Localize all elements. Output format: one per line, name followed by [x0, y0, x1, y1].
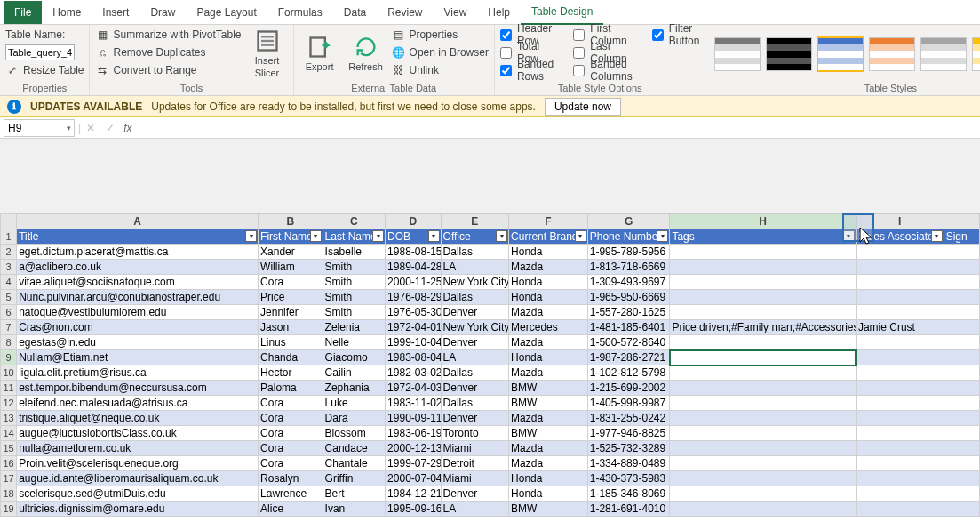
cell-H6[interactable]: [670, 305, 857, 320]
spreadsheet[interactable]: ABCDEFGHI 1Title▾First Name▾Last Name▾DO…: [0, 213, 980, 517]
cell-F19[interactable]: BMW: [509, 502, 588, 517]
cell-B5[interactable]: Price: [259, 290, 323, 305]
cell-F10[interactable]: Mazda: [509, 365, 588, 381]
row-header-10[interactable]: 10: [1, 365, 17, 381]
cancel-formula-button[interactable]: ✕: [81, 122, 100, 134]
cell-I16[interactable]: [856, 456, 944, 471]
cell-E4[interactable]: New York City: [441, 275, 509, 290]
cell-H7[interactable]: Price driven;#Family man;#Accessories: [670, 320, 857, 335]
column-header-H[interactable]: H: [670, 214, 857, 229]
cell-F8[interactable]: Mazda: [509, 335, 588, 350]
cell-C4[interactable]: Smith: [323, 275, 386, 290]
column-header-F[interactable]: F: [509, 214, 588, 229]
filter-arrow-icon[interactable]: ▾: [575, 230, 586, 242]
checkbox-first-column[interactable]: [573, 29, 585, 41]
table-style-swatch-5[interactable]: [972, 37, 980, 71]
cell-F13[interactable]: Mazda: [509, 411, 588, 426]
cell-A6[interactable]: natoque@vestibulumlorem.edu: [17, 305, 259, 320]
row-header-3[interactable]: 3: [1, 260, 17, 275]
cell-C2[interactable]: Isabelle: [323, 245, 386, 260]
cell-B4[interactable]: Cora: [259, 275, 323, 290]
cell-extra-7[interactable]: [944, 320, 979, 335]
cell-H14[interactable]: [670, 426, 857, 441]
cell-C3[interactable]: Smith: [323, 260, 386, 275]
cell-I18[interactable]: [856, 486, 944, 502]
cell-I13[interactable]: [856, 411, 944, 426]
table-column-phone-number[interactable]: Phone Number▾: [587, 229, 670, 245]
cell-F11[interactable]: BMW: [509, 381, 588, 396]
checkbox-header-row[interactable]: [500, 29, 512, 41]
cell-E13[interactable]: Denver: [441, 411, 509, 426]
cell-A7[interactable]: Cras@non.com: [17, 320, 259, 335]
cell-F5[interactable]: Honda: [509, 290, 588, 305]
cell-E19[interactable]: LA: [441, 502, 509, 517]
cell-I9[interactable]: [856, 350, 944, 365]
cell-B10[interactable]: Hector: [259, 365, 323, 381]
cell-D12[interactable]: 1983-11-02: [386, 396, 441, 411]
cell-C17[interactable]: Griffin: [323, 471, 386, 486]
cell-E10[interactable]: Dallas: [441, 365, 509, 381]
cell-E16[interactable]: Detroit: [441, 456, 509, 471]
cell-G9[interactable]: 1-987-286-2721: [587, 350, 670, 365]
column-header-A[interactable]: A: [17, 214, 259, 229]
cell-H4[interactable]: [670, 275, 857, 290]
convert-range-button[interactable]: ⇆Convert to Range: [95, 62, 241, 78]
remove-duplicates-button[interactable]: ⎌Remove Duplicates: [95, 44, 241, 60]
cell-I7[interactable]: Jamie Crust: [856, 320, 944, 335]
insert-slicer-button[interactable]: Insert Slicer: [247, 27, 288, 80]
refresh-button[interactable]: Refresh: [346, 27, 386, 80]
cell-I14[interactable]: [856, 426, 944, 441]
cell-G8[interactable]: 1-500-572-8640: [587, 335, 670, 350]
cell-E17[interactable]: Miami: [441, 471, 509, 486]
cell-extra-12[interactable]: [944, 396, 979, 411]
tab-review[interactable]: Review: [377, 1, 433, 24]
table-column-sales-associate[interactable]: Sales Associate▾: [856, 229, 944, 245]
cell-G7[interactable]: 1-481-185-6401: [587, 320, 670, 335]
cell-E14[interactable]: Toronto: [441, 426, 509, 441]
cell-E9[interactable]: LA: [441, 350, 509, 365]
checkbox-last-column[interactable]: [573, 47, 585, 59]
table-column-sign[interactable]: Sign: [944, 229, 979, 245]
cell-C18[interactable]: Bert: [323, 486, 386, 502]
cell-F15[interactable]: Mazda: [509, 441, 588, 456]
cell-E12[interactable]: Dallas: [441, 396, 509, 411]
cell-D8[interactable]: 1999-10-04: [386, 335, 441, 350]
filter-arrow-icon[interactable]: ▾: [843, 230, 855, 242]
cell-F18[interactable]: Honda: [509, 486, 588, 502]
cell-extra-14[interactable]: [944, 426, 979, 441]
cell-D14[interactable]: 1983-06-19: [386, 426, 441, 441]
cell-H11[interactable]: [670, 381, 857, 396]
cell-C9[interactable]: Giacomo: [323, 350, 386, 365]
cell-B7[interactable]: Jason: [259, 320, 323, 335]
cell-G13[interactable]: 1-831-255-0242: [587, 411, 670, 426]
row-header-18[interactable]: 18: [1, 486, 17, 502]
cell-F12[interactable]: BMW: [509, 396, 588, 411]
cell-G15[interactable]: 1-525-732-3289: [587, 441, 670, 456]
cell-G2[interactable]: 1-995-789-5956: [587, 245, 670, 260]
update-now-button[interactable]: Update now: [545, 98, 621, 116]
ext-properties-button[interactable]: ▤Properties: [392, 27, 489, 43]
cell-F4[interactable]: Honda: [509, 275, 588, 290]
cell-B17[interactable]: Rosalyn: [259, 471, 323, 486]
cell-E5[interactable]: Dallas: [441, 290, 509, 305]
row-header-2[interactable]: 2: [1, 245, 17, 260]
cell-E3[interactable]: LA: [441, 260, 509, 275]
cell-extra-4[interactable]: [944, 275, 979, 290]
row-header-9[interactable]: 9: [1, 350, 17, 365]
cell-D6[interactable]: 1976-05-30: [386, 305, 441, 320]
cell-G16[interactable]: 1-334-889-0489: [587, 456, 670, 471]
table-style-swatch-3[interactable]: [869, 37, 915, 71]
option-banded-rows[interactable]: Banded Rows: [500, 62, 554, 78]
cell-H17[interactable]: [670, 471, 857, 486]
cell-extra-18[interactable]: [944, 486, 979, 502]
cell-extra-5[interactable]: [944, 290, 979, 305]
row-header-5[interactable]: 5: [1, 290, 17, 305]
column-header-C[interactable]: C: [323, 214, 386, 229]
open-browser-button[interactable]: 🌐Open in Browser: [392, 44, 489, 60]
cell-extra-17[interactable]: [944, 471, 979, 486]
cell-E18[interactable]: Denver: [441, 486, 509, 502]
cell-A18[interactable]: scelerisque.sed@utmiDuis.edu: [17, 486, 259, 502]
cell-G3[interactable]: 1-813-718-6669: [587, 260, 670, 275]
cell-F3[interactable]: Mazda: [509, 260, 588, 275]
cell-I12[interactable]: [856, 396, 944, 411]
